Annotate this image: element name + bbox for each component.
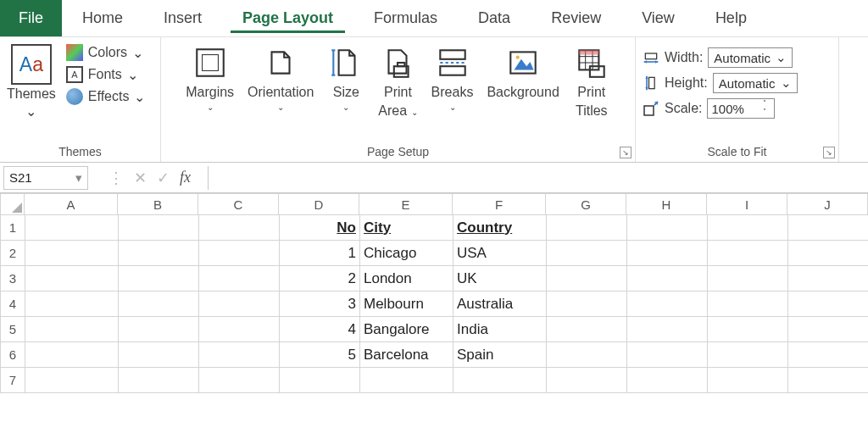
cell[interactable] (627, 342, 708, 368)
column-header[interactable]: B (118, 193, 198, 215)
cell[interactable]: 5 (280, 342, 360, 368)
formula-input[interactable] (208, 166, 868, 190)
tab-view[interactable]: View (621, 0, 695, 36)
row-header[interactable]: 2 (0, 241, 25, 266)
column-header[interactable]: C (198, 193, 279, 215)
cell[interactable] (25, 291, 119, 317)
cell[interactable] (708, 291, 788, 317)
tab-review[interactable]: Review (531, 0, 621, 36)
cell[interactable] (453, 368, 547, 393)
column-header[interactable]: H (626, 193, 707, 215)
column-header[interactable]: F (453, 193, 546, 215)
orientation-button[interactable]: Orientation ⌄ (248, 44, 314, 112)
cell[interactable] (25, 241, 119, 266)
cell[interactable] (788, 215, 868, 241)
cell[interactable]: City (360, 215, 453, 241)
cell[interactable] (708, 266, 788, 291)
fx-icon[interactable]: fx (180, 169, 191, 186)
cell[interactable]: Spain (453, 342, 547, 368)
cell[interactable] (547, 291, 627, 317)
cancel-icon[interactable]: ✕ (134, 169, 147, 187)
cell[interactable] (119, 368, 199, 393)
cell[interactable]: 2 (280, 266, 360, 291)
cell[interactable]: 1 (280, 241, 360, 266)
row-header[interactable]: 1 (0, 215, 25, 241)
cell[interactable] (627, 368, 708, 393)
scale-decrement[interactable]: ˅ (759, 108, 771, 117)
colors-button[interactable]: Colors ⌄ (66, 44, 146, 61)
tab-data[interactable]: Data (458, 0, 531, 36)
cell[interactable] (119, 266, 199, 291)
column-header[interactable]: J (787, 193, 868, 215)
cell[interactable] (119, 317, 199, 342)
height-select[interactable]: Automatic ⌄ (713, 73, 798, 93)
cell[interactable] (788, 266, 868, 291)
cell[interactable] (199, 342, 280, 368)
cell[interactable] (199, 266, 280, 291)
cell[interactable] (199, 291, 280, 317)
cell[interactable] (25, 368, 119, 393)
margins-button[interactable]: Margins ⌄ (186, 44, 234, 112)
cell[interactable]: Australia (453, 291, 547, 317)
cell[interactable] (788, 317, 868, 342)
background-button[interactable]: Background (487, 44, 559, 100)
column-header[interactable]: I (707, 193, 787, 215)
cell[interactable] (199, 317, 280, 342)
cell[interactable] (627, 266, 708, 291)
cell[interactable] (627, 241, 708, 266)
tab-formulas[interactable]: Formulas (353, 0, 458, 36)
effects-button[interactable]: Effects ⌄ (66, 88, 146, 105)
row-header[interactable]: 7 (0, 368, 25, 393)
cell[interactable] (788, 368, 868, 393)
cell[interactable] (199, 215, 280, 241)
cell[interactable] (547, 266, 627, 291)
column-header[interactable]: G (546, 193, 626, 215)
cell[interactable] (360, 368, 453, 393)
column-header[interactable]: D (279, 193, 359, 215)
tab-home[interactable]: Home (62, 0, 143, 36)
page-setup-launcher[interactable]: ↘ (620, 147, 632, 158)
scale-input[interactable]: 100% ˄˅ (707, 98, 775, 119)
cell[interactable]: USA (453, 241, 547, 266)
cell[interactable] (627, 215, 708, 241)
formula-options-icon[interactable]: ⋮ (108, 169, 124, 187)
cell[interactable] (25, 342, 119, 368)
name-box[interactable]: S21 ▾ (3, 166, 88, 190)
cell[interactable]: UK (453, 266, 547, 291)
enter-icon[interactable]: ✓ (157, 169, 170, 187)
tab-file[interactable]: File (0, 0, 62, 36)
size-button[interactable]: Size ⌄ (327, 44, 364, 112)
column-header[interactable]: E (359, 193, 453, 215)
row-header[interactable]: 6 (0, 342, 25, 368)
cell[interactable] (627, 317, 708, 342)
cell[interactable] (199, 368, 280, 393)
scale-to-fit-launcher[interactable]: ↘ (823, 147, 835, 158)
print-area-button[interactable]: Print Area ⌄ (378, 44, 417, 119)
cell[interactable] (708, 215, 788, 241)
cell[interactable] (547, 215, 627, 241)
cell[interactable] (708, 317, 788, 342)
cell[interactable]: 3 (280, 291, 360, 317)
cell[interactable] (199, 241, 280, 266)
cell[interactable]: Barcelona (360, 342, 453, 368)
cell[interactable] (280, 368, 360, 393)
cell[interactable]: 4 (280, 317, 360, 342)
cell[interactable] (788, 291, 868, 317)
cell[interactable] (25, 266, 119, 291)
cell[interactable]: Country (453, 215, 547, 241)
cell[interactable] (25, 317, 119, 342)
print-titles-button[interactable]: Print Titles (573, 44, 610, 119)
select-all-corner[interactable] (0, 193, 25, 215)
cell[interactable] (119, 241, 199, 266)
row-header[interactable]: 5 (0, 317, 25, 342)
cell[interactable] (547, 241, 627, 266)
cell[interactable]: London (360, 266, 453, 291)
cell[interactable] (547, 317, 627, 342)
breaks-button[interactable]: Breaks ⌄ (431, 44, 474, 112)
row-header[interactable]: 3 (0, 266, 25, 291)
cell[interactable] (547, 368, 627, 393)
cell[interactable] (788, 342, 868, 368)
cell[interactable]: Bangalore (360, 317, 453, 342)
themes-button[interactable]: Aa Themes ⌄ (5, 44, 58, 119)
cell[interactable] (708, 342, 788, 368)
